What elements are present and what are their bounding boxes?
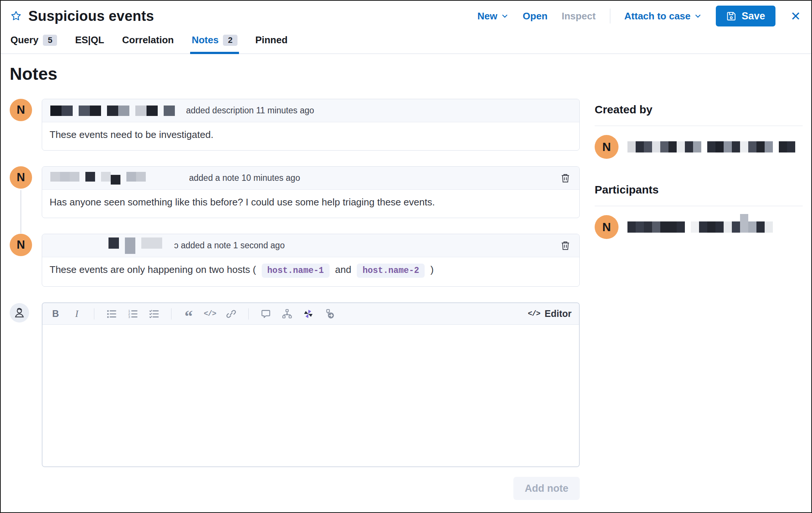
star-icon	[10, 10, 22, 22]
list-ordered-button[interactable]: 123	[127, 308, 138, 320]
list-unordered-button[interactable]	[106, 308, 117, 320]
notes-sidebar: Created by N Participants N	[595, 54, 803, 264]
note-card: ɔ added a note 1 second ago These events…	[42, 234, 580, 287]
timeline-insert-icon	[325, 309, 334, 319]
timeline-title: Suspicious events	[28, 8, 154, 24]
timeline-insert-button[interactable]	[324, 308, 335, 320]
participant-user: N	[595, 215, 803, 239]
trash-icon	[560, 173, 570, 183]
note-body: These events are only happening on two h…	[42, 257, 579, 286]
participants-heading: Participants	[595, 183, 803, 196]
delete-note-button[interactable]	[559, 239, 572, 252]
redacted-username	[50, 106, 181, 116]
code-block-icon: </>	[204, 309, 216, 318]
timeline-tabs: Query5ES|QLCorrelationNotes2Pinned	[1, 31, 811, 54]
save-button[interactable]: Save	[716, 6, 775, 26]
list-task-icon	[149, 309, 159, 319]
timeline-button[interactable]	[281, 308, 293, 320]
note-author-avatar: N	[10, 166, 32, 189]
inspect-button[interactable]: Inspect	[562, 10, 596, 22]
attach-to-case-button[interactable]: Attach to case	[624, 10, 702, 22]
redacted-username	[627, 221, 779, 233]
note-item: N added a note 10 minutes ago Has anyone…	[10, 166, 580, 218]
tab-correlation[interactable]: Correlation	[122, 31, 174, 53]
new-note-editor-row: BI123“</> </> Editor	[10, 302, 580, 467]
user-icon	[13, 307, 25, 319]
note-header: added a note 10 minutes ago	[42, 167, 579, 190]
open-button[interactable]: Open	[523, 10, 547, 22]
note-author-avatar: N	[10, 234, 32, 256]
editor-mode-toggle[interactable]: </> Editor	[528, 308, 572, 319]
tab-label: Pinned	[255, 34, 288, 46]
note-author-avatar: N	[10, 99, 32, 121]
participant-avatar: N	[595, 215, 619, 239]
created-by-section: Created by N	[595, 103, 803, 159]
created-by-user: N	[595, 135, 803, 159]
host-name-chip: host.name-1	[262, 264, 330, 278]
note-editor: BI123“</> </> Editor	[42, 302, 580, 467]
section-divider	[595, 126, 803, 126]
list-ordered-icon: 123	[128, 309, 138, 319]
note-action-timestamp: added a note 10 minutes ago	[189, 173, 300, 183]
tab-label: Notes	[192, 34, 218, 46]
favorite-star-button[interactable]	[10, 10, 22, 22]
code-icon: </>	[528, 309, 540, 318]
list-task-button[interactable]	[148, 308, 160, 320]
quote-button[interactable]: “	[183, 308, 194, 320]
italic-button[interactable]: I	[71, 308, 82, 320]
toolbar-divider	[94, 308, 94, 320]
link-button[interactable]	[226, 308, 237, 320]
redacted-username	[627, 141, 801, 152]
notes-tab-content: Notes N added description 11 minutes ago…	[10, 54, 580, 507]
tab-notes[interactable]: Notes2	[192, 31, 237, 53]
lens-icon	[303, 309, 313, 319]
chevron-down-icon	[501, 12, 509, 20]
note-item: N ɔ added a note 1 second ago These even…	[10, 234, 580, 287]
redacted-username	[108, 237, 168, 254]
timeline-flyout: Suspicious events New Open Inspect Attac…	[0, 0, 812, 513]
close-icon: ✕	[790, 9, 801, 23]
note-action-timestamp: ɔ added a note 1 second ago	[174, 240, 285, 251]
participants-section: Participants N	[595, 183, 803, 239]
host-name-chip: host.name-2	[357, 264, 425, 278]
tab-query[interactable]: Query5	[10, 31, 57, 53]
redacted-username	[50, 172, 152, 185]
note-editor-textarea[interactable]	[43, 325, 579, 466]
note-body: These events need to be investigated.	[42, 122, 579, 150]
tab-label: Query	[10, 34, 38, 46]
created-by-heading: Created by	[595, 103, 803, 116]
current-user-avatar	[10, 303, 29, 322]
lens-button[interactable]	[303, 308, 314, 320]
add-note-button[interactable]: Add note	[513, 477, 580, 500]
tab-pinned[interactable]: Pinned	[255, 31, 288, 53]
note-card: added a note 10 minutes ago Has anyone s…	[42, 166, 580, 218]
tab-es-ql[interactable]: ES|QL	[75, 31, 104, 53]
tab-count-badge: 2	[223, 35, 237, 46]
note-header: added description 11 minutes ago	[42, 99, 579, 122]
toolbar-divider	[171, 308, 171, 320]
tab-count-badge: 5	[43, 35, 57, 46]
tab-label: Correlation	[122, 34, 174, 46]
code-block-button[interactable]: </>	[204, 308, 215, 320]
comment-icon	[261, 309, 271, 319]
toolbar-divider	[248, 308, 249, 320]
new-button[interactable]: New	[478, 10, 509, 22]
bold-button[interactable]: B	[50, 308, 61, 320]
header-divider	[610, 9, 610, 23]
timeline-icon	[282, 309, 292, 319]
note-item: N added description 11 minutes ago These…	[10, 99, 580, 151]
close-button[interactable]: ✕	[790, 10, 801, 22]
section-divider	[595, 206, 803, 206]
bold-icon: B	[52, 308, 59, 319]
delete-note-button[interactable]	[559, 171, 572, 185]
note-action-timestamp: added description 11 minutes ago	[186, 106, 314, 116]
note-card: added description 11 minutes ago These e…	[42, 99, 580, 151]
note-header: ɔ added a note 1 second ago	[42, 234, 579, 257]
link-icon	[226, 309, 236, 319]
note-body: Has anyone seen something like this befo…	[42, 190, 579, 218]
comment-button[interactable]	[260, 308, 271, 320]
italic-icon: I	[75, 309, 78, 319]
svg-text:3: 3	[128, 315, 130, 319]
chevron-down-icon	[694, 12, 702, 20]
created-by-avatar: N	[595, 135, 619, 159]
